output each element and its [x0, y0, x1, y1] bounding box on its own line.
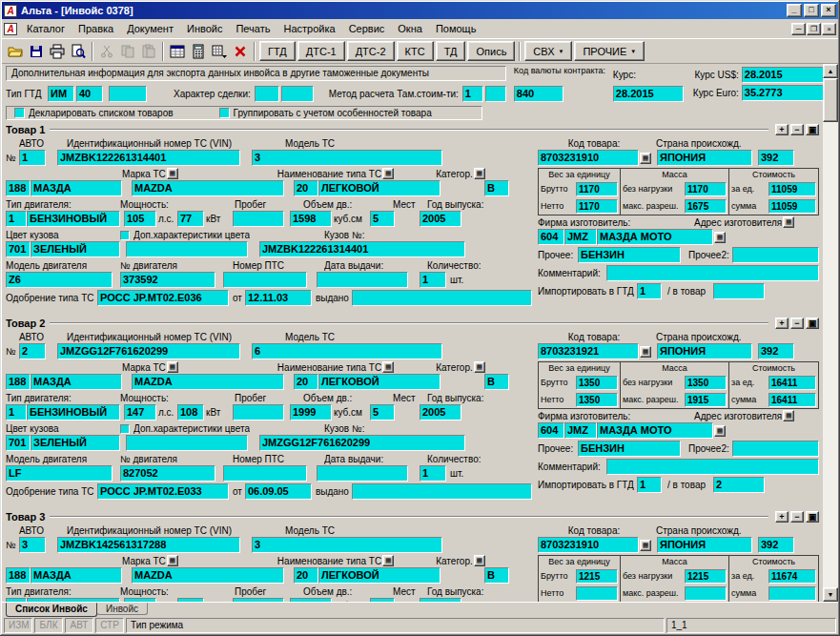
brand-latin-field[interactable]: MAZDA: [132, 567, 284, 584]
engine-volume-field[interactable]: 1999: [290, 404, 332, 421]
approval-field[interactable]: РОСС JP.МТ02.Е033: [97, 483, 229, 500]
tab-invoice[interactable]: Инвойс: [96, 603, 148, 615]
vin-field[interactable]: JMZBK122261314401: [57, 150, 240, 166]
color-extra-checkbox[interactable]: [120, 424, 130, 434]
engine-type-code-field[interactable]: 1: [6, 404, 27, 421]
product-code-field[interactable]: 8703231910: [538, 537, 639, 553]
auto-number-field[interactable]: 3: [19, 537, 46, 553]
tab-invoice-list[interactable]: Список Инвойс: [6, 603, 97, 617]
color-extra-checkbox[interactable]: [120, 231, 130, 240]
opis-button[interactable]: Опись: [467, 41, 515, 61]
approval-field[interactable]: РОСС JP.МТ02.Е036: [97, 290, 229, 306]
menu-help[interactable]: Помощь: [429, 21, 483, 36]
deal-field-2[interactable]: [281, 86, 314, 102]
euro-rate-field[interactable]: 35.2773: [742, 85, 823, 101]
net-field[interactable]: [576, 586, 618, 601]
seats-field[interactable]: [370, 598, 395, 602]
type-name-field[interactable]: ЛЕГКОВОЙ: [318, 374, 440, 390]
engine-type-field[interactable]: [27, 598, 120, 602]
color-field[interactable]: ЗЕЛЕНЫЙ: [31, 435, 120, 451]
country-field[interactable]: ЯПОНИЯ: [657, 537, 752, 553]
import-item-field[interactable]: [713, 283, 765, 299]
mdi-close-button[interactable]: ×: [822, 23, 836, 35]
year-field[interactable]: [420, 598, 461, 602]
engine-type-code-field[interactable]: 1: [6, 211, 27, 227]
country-code-field[interactable]: 392: [758, 343, 794, 359]
model-ts-field[interactable]: 3: [252, 150, 442, 166]
address-lookup-button[interactable]: ▦: [783, 410, 794, 421]
engine-volume-field[interactable]: 1598: [290, 211, 332, 227]
mass-max-field[interactable]: 1675: [685, 199, 727, 214]
menu-document[interactable]: Документ: [120, 21, 180, 36]
gross-field[interactable]: 1170: [576, 182, 618, 196]
scroll-track[interactable]: [823, 78, 838, 587]
body-no-field[interactable]: JMZGG12F761620299: [259, 435, 465, 451]
mass-empty-field[interactable]: 1170: [685, 182, 727, 196]
manufacturer-name-field[interactable]: МАЗДА МОТО: [597, 229, 713, 245]
category-lookup-button[interactable]: ▦: [474, 168, 485, 179]
remove-product-button[interactable]: −: [790, 124, 804, 135]
quantity-field[interactable]: 1: [420, 272, 446, 288]
mass-max-field[interactable]: 1915: [685, 393, 727, 407]
copy-icon[interactable]: [117, 41, 138, 62]
cut-icon[interactable]: [96, 41, 117, 62]
color-code-field[interactable]: 701: [6, 241, 31, 257]
deal-field-1[interactable]: [255, 86, 279, 102]
minimize-button[interactable]: _: [787, 4, 802, 17]
gtd-type-field-1[interactable]: ИМ: [48, 86, 74, 102]
mass-empty-field[interactable]: 1215: [685, 569, 727, 584]
menu-edit[interactable]: Правка: [72, 21, 120, 36]
type-name-field[interactable]: ЛЕГКОВОЙ: [318, 567, 440, 584]
mileage-field[interactable]: [233, 598, 284, 602]
gross-field[interactable]: 1215: [576, 569, 618, 584]
manufacturer-name-field[interactable]: МАЗДА МОТО: [597, 422, 713, 439]
table-icon[interactable]: [167, 41, 188, 62]
model-ts-field[interactable]: 3: [252, 537, 442, 553]
add-product-button[interactable]: +: [775, 318, 789, 329]
brand-code-field[interactable]: 188: [6, 374, 31, 390]
import-item-field[interactable]: 2: [713, 477, 765, 493]
color-field[interactable]: ЗЕЛЕНЫЙ: [31, 241, 120, 257]
engine-no-field[interactable]: 827052: [120, 465, 215, 482]
mileage-field[interactable]: [233, 404, 284, 421]
expand-product-button[interactable]: ▣: [806, 318, 819, 329]
vin-field[interactable]: JMZGG12F761620299: [57, 343, 240, 359]
price-unit-field[interactable]: 16411: [768, 376, 816, 390]
body-no-field[interactable]: JMZBK122261314401: [259, 241, 465, 257]
brand-code-field[interactable]: 188: [6, 567, 31, 584]
type-code-field[interactable]: 20: [294, 567, 318, 584]
auto-number-field[interactable]: 1: [19, 150, 46, 166]
menu-print[interactable]: Печать: [229, 21, 277, 36]
calculator-icon[interactable]: [188, 41, 209, 62]
mdi-minimize-button[interactable]: ─: [791, 23, 806, 35]
power-kw-field[interactable]: 77: [177, 211, 204, 227]
seats-field[interactable]: 5: [370, 211, 395, 227]
power-kw-field[interactable]: 108: [177, 404, 204, 421]
other-dropdown-button[interactable]: ПРОЧИЕ▼: [574, 41, 645, 61]
engine-type-code-field[interactable]: [6, 598, 27, 602]
brand-name-field[interactable]: МАЗДА: [31, 180, 122, 196]
remove-product-button[interactable]: −: [790, 511, 804, 523]
brand-lookup-button[interactable]: ▦: [167, 555, 178, 566]
other-field[interactable]: БЕНЗИН: [578, 441, 681, 457]
power-hp-field[interactable]: [124, 598, 156, 602]
mass-empty-field[interactable]: 1350: [685, 376, 727, 390]
close-button[interactable]: ×: [821, 4, 836, 17]
color-extra-field[interactable]: [126, 241, 248, 257]
category-field[interactable]: B: [484, 180, 509, 196]
svh-dropdown-button[interactable]: СВХ▼: [524, 41, 572, 61]
add-product-button[interactable]: +: [775, 511, 789, 523]
product-code-field[interactable]: 8703231910: [538, 150, 639, 166]
type-lookup-button[interactable]: ▦: [382, 361, 394, 373]
type-code-field[interactable]: 20: [294, 374, 318, 390]
year-field[interactable]: 2005: [420, 211, 461, 227]
manufacturer-abbr-field[interactable]: JMZ: [564, 422, 597, 439]
net-field[interactable]: 1350: [576, 393, 618, 407]
usd-rate-field[interactable]: 28.2015: [742, 67, 823, 83]
menu-windows[interactable]: Окна: [391, 21, 429, 36]
model-ts-field[interactable]: 6: [252, 343, 442, 359]
issued-by-field[interactable]: [352, 290, 532, 306]
color-extra-field[interactable]: [126, 435, 248, 451]
category-lookup-button[interactable]: ▦: [474, 555, 485, 566]
other2-field[interactable]: [732, 441, 819, 457]
